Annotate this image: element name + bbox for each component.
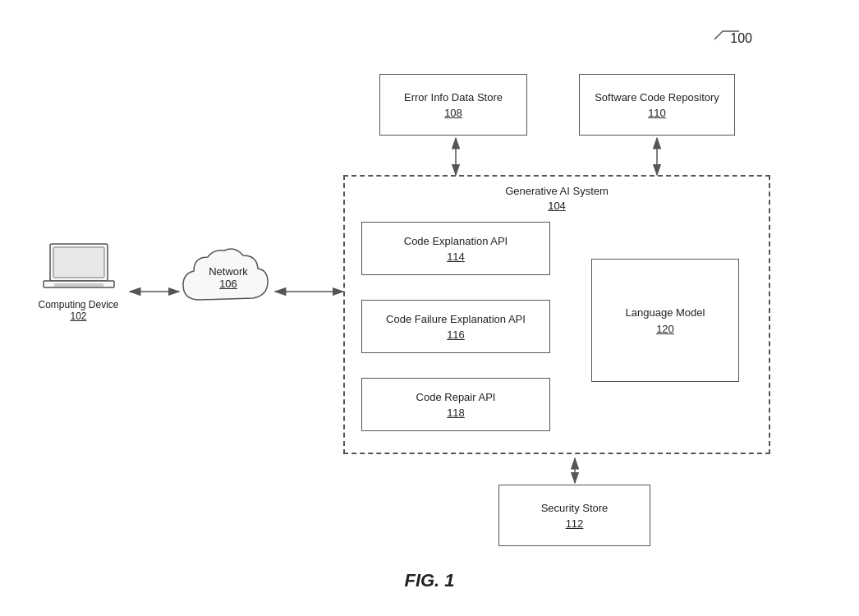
code-failure-api-label: Code Failure Explanation API [386,312,526,327]
ai-system-text: Generative AI System [505,185,609,197]
security-store-label: Security Store [541,501,609,516]
code-repair-api-box: Code Repair API 118 [361,378,550,431]
ai-system-number: 104 [548,200,566,212]
code-explanation-api-box: Code Explanation API 114 [361,222,550,275]
computing-device-label: Computing Device [38,299,118,310]
corner-ref: 100 [730,31,752,46]
generative-ai-system-container: Generative AI System 104 Code Explanatio… [343,175,770,454]
computing-device-number: 102 [70,310,86,322]
network-cloud: Network 106 [179,242,278,328]
code-failure-api-number: 116 [447,329,465,341]
network-label: Network [179,265,278,278]
code-failure-api-box: Code Failure Explanation API 116 [361,300,550,353]
error-info-store-label: Error Info Data Store [404,90,503,105]
computing-device: Computing Device 102 [31,242,126,333]
software-code-repo-number: 110 [648,107,666,119]
laptop-icon [42,242,116,296]
fig-label: FIG. 1 [404,570,454,591]
code-explanation-api-number: 114 [447,251,465,263]
ref-100-label: 100 [730,31,752,45]
code-repair-api-label: Code Repair API [416,390,496,405]
code-repair-api-number: 118 [447,407,465,419]
software-code-repo-box: Software Code Repository 110 [579,74,735,136]
error-info-store-box: Error Info Data Store 108 [379,74,527,136]
svg-rect-8 [53,247,104,278]
error-info-store-number: 108 [444,107,462,119]
language-model-box: Language Model 120 [591,259,739,382]
network-number: 106 [179,278,278,290]
security-store-box: Security Store 112 [498,485,650,546]
language-model-number: 120 [656,323,674,335]
diagram-container: 100 [0,0,859,616]
code-explanation-api-label: Code Explanation API [404,234,508,249]
software-code-repo-label: Software Code Repository [595,90,719,105]
generative-ai-label: Generative AI System 104 [505,183,609,213]
security-store-number: 112 [566,517,584,530]
language-model-label: Language Model [626,306,705,320]
